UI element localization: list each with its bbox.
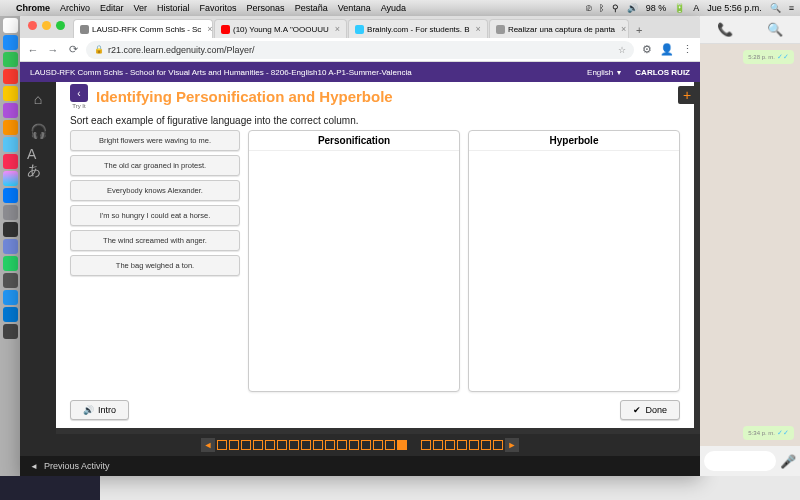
menu-ayuda[interactable]: Ayuda xyxy=(381,3,406,13)
drop-column-personification[interactable]: Personification xyxy=(248,130,460,392)
dock-notes[interactable] xyxy=(3,86,18,101)
progress-step[interactable] xyxy=(469,440,479,450)
dock-terminal[interactable] xyxy=(3,222,18,237)
progress-step[interactable] xyxy=(421,440,431,450)
menu-ver[interactable]: Ver xyxy=(134,3,148,13)
menu-icon[interactable]: ≡ xyxy=(789,3,794,13)
dock-app4[interactable] xyxy=(3,171,18,186)
home-icon[interactable]: ⌂ xyxy=(27,88,49,110)
lesson-back-button[interactable]: ‹ xyxy=(70,84,88,102)
dock-app5[interactable] xyxy=(3,273,18,288)
progress-step[interactable] xyxy=(373,440,383,450)
user-name[interactable]: CARLOS RUIZ xyxy=(635,68,690,77)
chat-message[interactable]: 5:34 p. m.✓✓ xyxy=(743,426,794,440)
whatsapp-chat[interactable]: 5:28 p. m.✓✓ 5:34 p. m.✓✓ xyxy=(700,44,800,446)
menu-dots-icon[interactable]: ⋮ xyxy=(680,43,694,57)
progress-step[interactable] xyxy=(385,440,395,450)
language-selector[interactable]: English▾ xyxy=(587,68,621,77)
progress-step[interactable] xyxy=(301,440,311,450)
progress-next[interactable]: ► xyxy=(505,438,519,452)
clock[interactable]: Jue 5:56 p.m. xyxy=(707,3,762,13)
done-button[interactable]: ✔Done xyxy=(620,400,680,420)
dock-calendar[interactable] xyxy=(3,69,18,84)
browser-tab[interactable]: (10) Young M.A "OOOUUU× xyxy=(214,19,347,38)
dock-music[interactable] xyxy=(3,154,18,169)
minimize-window[interactable] xyxy=(42,21,51,30)
close-tab-icon[interactable]: × xyxy=(476,24,481,34)
progress-step[interactable] xyxy=(253,440,263,450)
progress-step-active[interactable] xyxy=(397,440,407,450)
progress-step[interactable] xyxy=(241,440,251,450)
progress-step[interactable] xyxy=(265,440,275,450)
dock-app1[interactable] xyxy=(3,103,18,118)
close-window[interactable] xyxy=(28,21,37,30)
dock-safari[interactable] xyxy=(3,35,18,50)
input-icon[interactable]: A xyxy=(693,3,699,13)
menu-pestana[interactable]: Pestaña xyxy=(295,3,328,13)
previous-activity-bar[interactable]: Previous Activity xyxy=(20,456,700,476)
dock-app2[interactable] xyxy=(3,120,18,135)
forward-button[interactable]: → xyxy=(46,43,60,57)
wifi-icon[interactable]: ⚲ xyxy=(612,3,619,13)
search-icon[interactable]: 🔍 xyxy=(767,22,783,37)
menu-favoritos[interactable]: Favoritos xyxy=(200,3,237,13)
star-icon[interactable]: ☆ xyxy=(618,45,626,55)
dock-messages[interactable] xyxy=(3,52,18,67)
message-input[interactable] xyxy=(704,451,776,471)
progress-step[interactable] xyxy=(445,440,455,450)
drag-card[interactable]: Bright flowers were waving to me. xyxy=(70,130,240,151)
progress-prev[interactable]: ◄ xyxy=(201,438,215,452)
back-button[interactable]: ← xyxy=(26,43,40,57)
drag-card[interactable]: The bag weighed a ton. xyxy=(70,255,240,276)
bluetooth-icon[interactable]: ᛒ xyxy=(599,3,604,13)
browser-tab-active[interactable]: LAUSD-RFK Comm Schls - Sc× xyxy=(73,19,213,38)
menu-archivo[interactable]: Archivo xyxy=(60,3,90,13)
reload-button[interactable]: ⟳ xyxy=(66,43,80,57)
dock-trash[interactable] xyxy=(3,324,18,339)
dock-word[interactable] xyxy=(3,307,18,322)
mic-icon[interactable]: 🎤 xyxy=(780,454,796,469)
profile-icon[interactable]: 👤 xyxy=(660,43,674,57)
progress-step[interactable] xyxy=(433,440,443,450)
progress-step[interactable] xyxy=(457,440,467,450)
drag-card[interactable]: The wind screamed with anger. xyxy=(70,230,240,251)
drag-card[interactable]: I'm so hungry I could eat a horse. xyxy=(70,205,240,226)
menu-ventana[interactable]: Ventana xyxy=(338,3,371,13)
browser-tab[interactable]: Realizar una captura de panta× xyxy=(489,19,629,38)
dock-zoom[interactable] xyxy=(3,290,18,305)
drag-card[interactable]: The old car groaned in protest. xyxy=(70,155,240,176)
progress-step[interactable] xyxy=(325,440,335,450)
progress-step[interactable] xyxy=(349,440,359,450)
progress-step[interactable] xyxy=(361,440,371,450)
progress-step[interactable] xyxy=(229,440,239,450)
dock-settings[interactable] xyxy=(3,205,18,220)
close-tab-icon[interactable]: × xyxy=(207,24,212,34)
new-tab-button[interactable]: + xyxy=(630,22,648,38)
url-field[interactable]: 🔒 r21.core.learn.edgenuity.com/Player/ ☆ xyxy=(86,41,634,59)
headphones-icon[interactable]: 🎧 xyxy=(27,120,49,142)
call-icon[interactable]: 📞 xyxy=(717,22,733,37)
drag-card[interactable]: Everybody knows Alexander. xyxy=(70,180,240,201)
close-tab-icon[interactable]: × xyxy=(335,24,340,34)
search-icon[interactable]: 🔍 xyxy=(770,3,781,13)
intro-button[interactable]: 🔊Intro xyxy=(70,400,129,420)
progress-step[interactable] xyxy=(313,440,323,450)
progress-step[interactable] xyxy=(277,440,287,450)
app-name[interactable]: Chrome xyxy=(16,3,50,13)
chat-message[interactable]: 5:28 p. m.✓✓ xyxy=(743,50,794,64)
progress-step[interactable] xyxy=(289,440,299,450)
drop-column-hyperbole[interactable]: Hyperbole xyxy=(468,130,680,392)
menu-historial[interactable]: Historial xyxy=(157,3,190,13)
translate-icon[interactable]: Aあ xyxy=(27,152,49,174)
volume-icon[interactable]: 🔊 xyxy=(627,3,638,13)
dock-discord[interactable] xyxy=(3,239,18,254)
extensions-icon[interactable]: ⚙ xyxy=(640,43,654,57)
progress-step[interactable] xyxy=(493,440,503,450)
progress-step[interactable] xyxy=(481,440,491,450)
dock-finder[interactable] xyxy=(3,18,18,33)
screencast-icon[interactable]: ⎚ xyxy=(586,3,591,13)
maximize-window[interactable] xyxy=(56,21,65,30)
dock-whatsapp[interactable] xyxy=(3,256,18,271)
close-tab-icon[interactable]: × xyxy=(621,24,626,34)
add-button[interactable]: + xyxy=(678,86,696,104)
